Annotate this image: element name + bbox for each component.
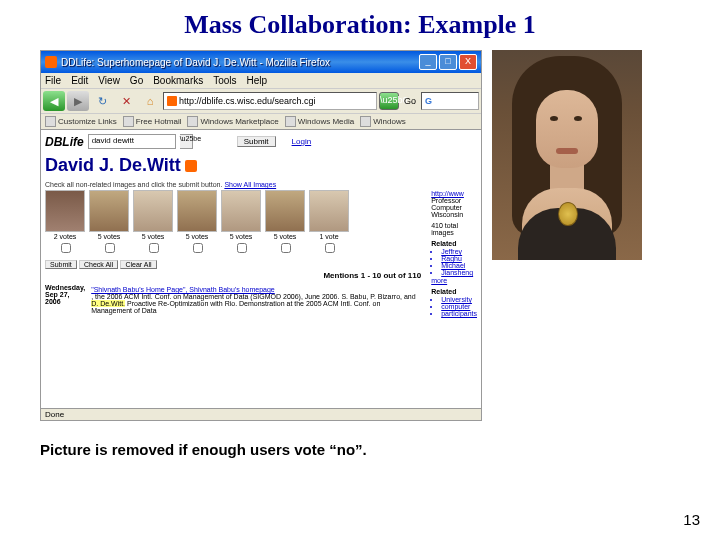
menu-file[interactable]: File [45,75,61,86]
vote-checkbox[interactable] [193,243,203,253]
bookmark-item[interactable]: Windows [360,116,405,127]
vote-checkbox[interactable] [325,243,335,253]
forward-button[interactable]: ▶ [67,91,89,111]
menu-view[interactable]: View [98,75,120,86]
mentions-count: Mentions 1 - 10 out of 110 [45,271,421,280]
firefox-icon [45,56,57,68]
menu-bar: File Edit View Go Bookmarks Tools Help [41,73,481,89]
vote-checkbox[interactable] [281,243,291,253]
login-link[interactable]: Login [292,137,312,146]
titlebar: DDLife: Superhomepage of David J. De.Wit… [41,51,481,73]
bookmark-icon [45,116,56,127]
related-link[interactable]: Raghu [441,255,477,262]
vote-checkbox[interactable] [237,243,247,253]
stop-button[interactable]: ✕ [115,91,137,111]
slide-title: Mass Collaboration: Example 1 [0,0,720,50]
dropdown-icon[interactable]: \u25be [180,134,193,149]
thumbnail[interactable] [221,190,261,232]
homepage-link[interactable]: "Shivnath Babu's Home Page", Shivnath Ba… [91,286,275,293]
sidebar: http://www Professor Computer Wisconsin … [431,190,477,318]
related-heading: Related [431,288,477,295]
bookmark-item[interactable]: Customize Links [45,116,117,127]
related-link[interactable]: participants [441,310,477,317]
thumbnail-row: 2 votes 5 votes 5 votes 5 votes 5 votes … [45,190,421,256]
site-icon [167,96,177,106]
bookmark-icon [360,116,371,127]
close-button[interactable]: X [459,54,477,70]
thumbnail[interactable] [177,190,217,232]
related-link[interactable]: Michael [441,262,477,269]
vote-checkbox[interactable] [149,243,159,253]
bookmark-item[interactable]: Free Hotmail [123,116,182,127]
thumbnail[interactable] [309,190,349,232]
window-title: DDLife: Superhomepage of David J. De.Wit… [61,57,419,68]
related-heading: Related [431,240,477,247]
check-all-button[interactable]: Check All [79,260,118,269]
page-number: 13 [683,511,700,528]
search-input[interactable]: G [421,92,479,110]
more-link[interactable]: more [431,277,477,284]
site-logo[interactable]: DBLife [45,135,84,149]
url-input[interactable]: http://dblife.cs.wisc.edu/search.cgi [163,92,377,110]
related-link[interactable]: University [441,296,477,303]
bookmarks-toolbar: Customize Links Free Hotmail Windows Mar… [41,114,481,130]
show-all-link[interactable]: Show All Images [224,181,276,188]
menu-tools[interactable]: Tools [213,75,236,86]
reload-button[interactable]: ↻ [91,91,113,111]
menu-bookmarks[interactable]: Bookmarks [153,75,203,86]
vote-checkbox[interactable] [105,243,115,253]
vote-checkbox[interactable] [61,243,71,253]
rss-icon[interactable] [185,160,197,172]
bookmark-icon [285,116,296,127]
submit-votes-button[interactable]: Submit [45,260,77,269]
page-search-input[interactable]: david dewitt [88,134,176,149]
related-link[interactable]: Jeffrey [441,248,477,255]
nav-toolbar: ◀ ▶ ↻ ✕ ⌂ http://dblife.cs.wisc.edu/sear… [41,89,481,114]
mention-date: Wednesday,Sep 27, 2006 [45,284,85,314]
home-button[interactable]: ⌂ [139,91,161,111]
bookmark-item[interactable]: Windows Marketplace [187,116,278,127]
page-content: DBLife david dewitt \u25be Submit Login … [41,130,481,408]
bookmark-icon [123,116,134,127]
related-link[interactable]: computer [441,303,477,310]
slide-caption: Picture is removed if enough users vote … [0,421,720,458]
portrait-photo [492,50,642,260]
minimize-button[interactable]: _ [419,54,437,70]
instruction-text: Check all non-related images and click t… [45,181,477,188]
clear-all-button[interactable]: Clear All [120,260,156,269]
menu-edit[interactable]: Edit [71,75,88,86]
thumbnail[interactable] [133,190,173,232]
back-button[interactable]: ◀ [43,91,65,111]
browser-window: DDLife: Superhomepage of David J. De.Wit… [40,50,482,421]
menu-go[interactable]: Go [130,75,143,86]
maximize-button[interactable]: □ [439,54,457,70]
status-bar: Done [41,408,481,420]
thumbnail[interactable] [89,190,129,232]
related-link[interactable]: Jiansheng [441,269,477,276]
submit-button[interactable]: Submit [237,136,276,147]
go-button[interactable]: \u25b6 [379,92,399,110]
person-name: David J. De.Witt [45,152,477,179]
bookmark-icon [187,116,198,127]
highlight: D. De.Witt. [91,300,125,307]
pendant-icon [558,202,578,226]
thumbnail[interactable] [45,190,85,232]
thumbnail[interactable] [265,190,305,232]
menu-help[interactable]: Help [247,75,268,86]
homepage-url[interactable]: http://www [431,190,477,197]
go-label: Go [401,96,419,106]
mention-snippet: "Shivnath Babu's Home Page", Shivnath Ba… [91,286,421,314]
bookmark-item[interactable]: Windows Media [285,116,354,127]
